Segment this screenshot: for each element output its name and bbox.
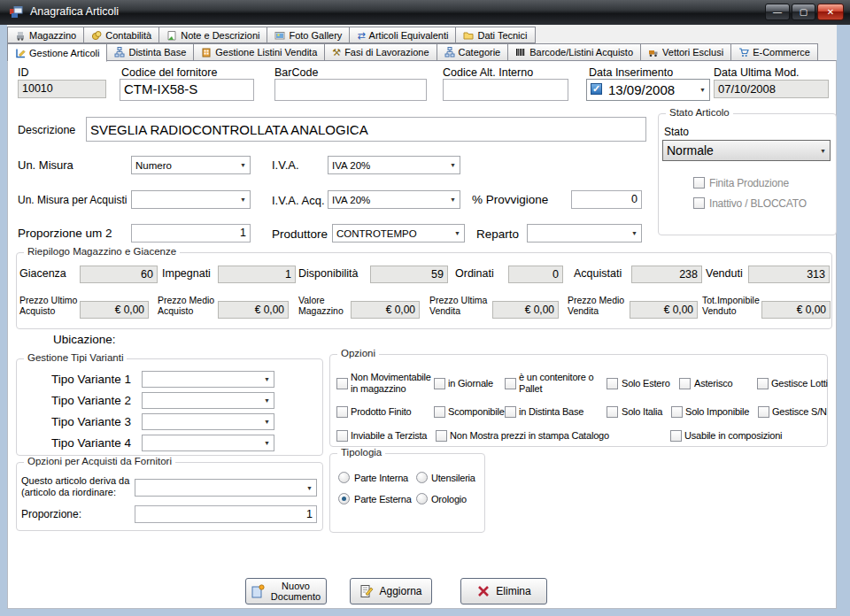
data-inserimento-picker[interactable]: 13/09/2008 ▼: [586, 79, 710, 101]
tab-barcode-listini-acquisto[interactable]: Barcode/Listini Acquisto: [508, 43, 641, 61]
descrizione-field[interactable]: SVEGLIA RADIOCONTROLLATA ANALOGICA: [86, 117, 646, 142]
un-misura-combobox[interactable]: Numero▼: [131, 156, 251, 174]
solo-estero-checkbox[interactable]: [607, 378, 618, 389]
iva-acq-combobox[interactable]: IVA 20%▼: [328, 190, 460, 209]
iva-acq-label: I.V.A. Acq.: [272, 194, 325, 207]
tab-magazzino[interactable]: Magazzino: [7, 27, 84, 43]
nuovo-documento-button[interactable]: Nuovo Documento: [245, 578, 327, 604]
produttore-value: CONTROTEMPO: [336, 228, 417, 239]
proporzione-um2-field[interactable]: 1: [131, 224, 251, 243]
impegnati-field: 1: [218, 266, 296, 283]
window-frame-bottom: [0, 609, 850, 616]
prezzo-ultima-vendita-label: Prezzo Ultima Vendita: [429, 295, 488, 316]
produttore-combobox[interactable]: CONTROTEMPO▼: [332, 224, 465, 243]
stato-label: Stato: [664, 126, 689, 138]
tipo-variante-2-label: Tipo Variante 2: [51, 394, 131, 407]
close-button[interactable]: ✕: [817, 4, 844, 20]
proporzione-field[interactable]: 1: [135, 505, 317, 523]
varianti-title: Gestione Tipi Varianti: [24, 352, 127, 363]
tipo-variante-2-combobox[interactable]: ▼: [142, 392, 274, 409]
contenitore-pallet-checkbox[interactable]: [505, 378, 516, 389]
tab-foto-gallery[interactable]: Foto Gallery: [267, 27, 350, 43]
tab-note-descrizioni[interactable]: Note e Descrizioni: [159, 27, 267, 43]
stato-combobox[interactable]: Normale ▼: [662, 140, 831, 161]
disponibilita-label: Disponibilità: [298, 267, 358, 280]
scomponibile-checkbox[interactable]: [434, 406, 445, 418]
reparto-label: Reparto: [476, 227, 519, 241]
tab-categorie[interactable]: Categorie: [437, 43, 509, 61]
tab-fasi-lavorazione[interactable]: ⚒ Fasi di Lavorazione: [325, 43, 437, 61]
orologio-radio[interactable]: [416, 493, 428, 504]
tipo-variante-1-dropdown-icon: ▼: [260, 376, 274, 382]
usabile-composizioni-label: Usabile in composizioni: [684, 430, 782, 441]
acquistati-label: Acquistati: [574, 267, 622, 280]
stato-value: Normale: [667, 143, 714, 158]
inviabile-terzista-checkbox[interactable]: [336, 430, 348, 442]
tab-dati-tecnici[interactable]: Dati Tecnici: [456, 27, 535, 43]
acquistati-field: 238: [631, 266, 702, 283]
data-inserimento-checkbox[interactable]: [591, 83, 602, 95]
codice-alt-field[interactable]: [443, 79, 568, 101]
solo-imponibile-checkbox[interactable]: [671, 406, 683, 418]
tipo-variante-3-combobox[interactable]: ▼: [142, 413, 274, 430]
foto-gallery-icon: [274, 30, 285, 41]
maximize-button[interactable]: ▢: [792, 4, 815, 20]
tab-contabilita[interactable]: Contabilità: [84, 27, 159, 43]
tab-distinta-base[interactable]: Distinta Base: [107, 43, 194, 61]
acquisti-fornitori-title: Opzioni per Acquisti da Fornitori: [24, 456, 175, 466]
non-movimentabile-checkbox[interactable]: [336, 378, 348, 389]
parte-interna-radio[interactable]: [338, 472, 350, 483]
data-inserimento-value: 13/09/2008: [608, 82, 675, 97]
solo-italia-label: Solo Italia: [622, 406, 662, 417]
stato-dropdown-icon: ▼: [816, 148, 830, 154]
valore-magazzino-label: Valore Magazzino: [298, 295, 352, 316]
utensileria-radio[interactable]: [416, 472, 428, 483]
tab-ecommerce[interactable]: E-Commerce: [731, 43, 818, 61]
contenitore-pallet-label: è un contenitore o Pallet: [519, 372, 600, 395]
reparto-combobox[interactable]: ▼: [527, 224, 642, 243]
scomponibile-label: Scomponibile: [448, 406, 505, 417]
gestisce-lotti-checkbox[interactable]: [757, 378, 769, 389]
iva-combobox[interactable]: IVA 20%▼: [328, 156, 460, 174]
tab-label: Categorie: [459, 47, 501, 58]
elimina-button[interactable]: Elimina: [460, 578, 547, 604]
tab-label: Magazzino: [29, 30, 76, 41]
aggiorna-button[interactable]: Aggiorna: [350, 578, 432, 604]
solo-italia-checkbox[interactable]: [607, 406, 618, 418]
tab-articoli-equivalenti[interactable]: ⇄ Articoli Equivalenti: [350, 27, 456, 43]
un-misura-value: Numero: [135, 160, 172, 171]
tab-label: Foto Gallery: [289, 30, 342, 41]
codice-alt-label: Codice Alt. Interno: [443, 66, 533, 79]
tipo-variante-1-combobox[interactable]: ▼: [142, 371, 274, 388]
finita-produzione-checkbox[interactable]: [693, 177, 705, 189]
non-mostra-prezzi-checkbox[interactable]: [436, 430, 447, 442]
in-giornale-checkbox[interactable]: [434, 378, 445, 389]
fasi-lavorazione-icon: ⚒: [332, 47, 341, 58]
provvigione-field[interactable]: 0: [571, 190, 642, 209]
tab-label: Distinta Base: [128, 47, 186, 58]
barcode-field[interactable]: [274, 79, 427, 101]
minimize-button[interactable]: —: [765, 4, 790, 20]
prodotto-finito-checkbox[interactable]: [336, 406, 348, 418]
tipo-variante-4-combobox[interactable]: ▼: [142, 435, 274, 451]
tipo-variante-4-dropdown-icon: ▼: [260, 440, 274, 446]
inattivo-bloccato-checkbox[interactable]: [693, 197, 705, 209]
orologio-label: Orologio: [431, 494, 467, 504]
tab-gestione-listini-vendita[interactable]: Gestione Listini Vendita: [194, 43, 325, 61]
tab-vettori-esclusi[interactable]: Vettori Esclusi: [641, 43, 731, 61]
codice-fornitore-field[interactable]: CTM-IX58-S: [120, 79, 254, 101]
parte-esterna-radio[interactable]: [338, 493, 350, 504]
gestisce-sn-checkbox[interactable]: [758, 406, 769, 418]
data-inserimento-dropdown-icon[interactable]: ▼: [699, 87, 706, 93]
asterisco-checkbox[interactable]: [679, 378, 691, 389]
deriva-da-combobox[interactable]: ▼: [135, 479, 317, 497]
prodotto-finito-label: Prodotto Finito: [351, 406, 412, 417]
iva-label: I.V.A.: [272, 158, 299, 172]
un-misura-acquisti-combobox[interactable]: ▼: [131, 190, 251, 209]
tab-gestione-articoli[interactable]: Gestione Articoli: [7, 43, 107, 62]
iva-dropdown-icon: ▼: [446, 162, 460, 168]
tipologia-title: Tipologia: [337, 447, 385, 458]
inattivo-bloccato-label: Inattivo / BLOCCATO: [709, 197, 807, 210]
in-distinta-base-checkbox[interactable]: [505, 406, 516, 418]
usabile-composizioni-checkbox[interactable]: [670, 430, 682, 442]
